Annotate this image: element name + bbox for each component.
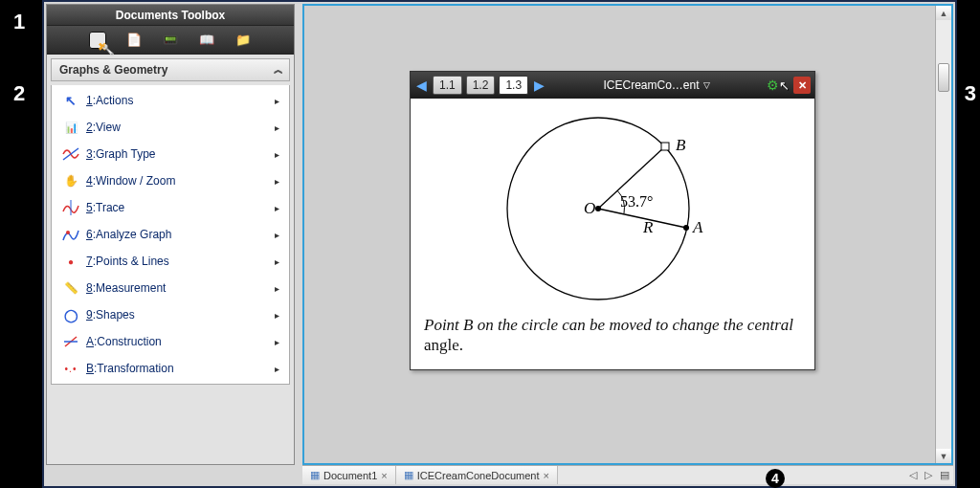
- menu-transformation[interactable]: B:Transformation ▸: [52, 355, 289, 382]
- transformation-icon: [61, 360, 80, 377]
- chevron-right-icon: ▸: [275, 176, 279, 187]
- callout-1: 1: [13, 10, 25, 34]
- menu-label: 2:View: [86, 121, 275, 134]
- view-icon: [61, 119, 80, 136]
- label-b: B: [676, 136, 686, 154]
- doc-tab-1[interactable]: Document1 ×: [302, 466, 396, 484]
- callout-3: 3: [965, 81, 976, 106]
- content-explorer-icon[interactable]: [234, 32, 252, 49]
- panel-header-graphs-geometry[interactable]: Graphs & Geometry ︽: [51, 58, 290, 81]
- label-o: O: [584, 199, 595, 217]
- menu-graph-type[interactable]: 3:Graph Type ▸: [52, 141, 289, 167]
- svg-line-7: [598, 209, 686, 228]
- doc-tab-2[interactable]: ICECreamConeDocument ×: [396, 466, 558, 484]
- document-title[interactable]: ICECreamCo…ent▽: [550, 78, 763, 92]
- document-body[interactable]: O A B 53.7° R: [411, 99, 814, 369]
- geometry-diagram[interactable]: O A B 53.7° R: [488, 108, 737, 309]
- menu-list: 1:Actions ▸ 2:View ▸ 3:Graph Type ▸ 4:Wi…: [51, 85, 290, 385]
- workspace: ▲ ▼ ◀ 1.1 1.2 1.3 ▶ ICECreamCo…ent▽ ⚙ ↖ …: [302, 4, 953, 465]
- shapes-icon: [61, 306, 80, 323]
- construction-icon: [61, 333, 80, 350]
- tab-1-1[interactable]: 1.1: [433, 76, 462, 95]
- document-tabs-bar: Document1 × ICECreamConeDocument × ◁ ▷ ▤: [302, 465, 953, 484]
- tabs-menu-icon[interactable]: ▤: [936, 469, 953, 481]
- menu-label: 1:Actions: [86, 94, 275, 107]
- callout-2: 2: [13, 81, 25, 106]
- dropdown-icon: ▽: [703, 80, 710, 90]
- angle-value: 53.7°: [620, 193, 653, 210]
- panel-header-label: Graphs & Geometry: [59, 63, 167, 77]
- menu-label: 6:Analyze Graph: [86, 228, 275, 241]
- close-button[interactable]: ✕: [793, 77, 811, 94]
- menu-shapes[interactable]: 9:Shapes ▸: [52, 301, 289, 328]
- documents-toolbox: Documents Toolbox Graphs & Geometry ︽ 1:…: [46, 4, 295, 465]
- menu-window-zoom[interactable]: 4:Window / Zoom ▸: [52, 167, 289, 194]
- tab-1-2[interactable]: 1.2: [466, 76, 496, 95]
- menu-actions[interactable]: 1:Actions ▸: [52, 87, 289, 114]
- scroll-up-icon[interactable]: ▲: [936, 6, 951, 20]
- libraries-icon[interactable]: [198, 32, 215, 49]
- label-r: R: [642, 218, 654, 236]
- points-lines-icon: [61, 253, 80, 270]
- cursor-icon: ↖: [779, 78, 790, 93]
- actions-icon: [61, 92, 80, 109]
- toolbox-title: Documents Toolbox: [47, 5, 294, 26]
- window-zoom-icon: [61, 172, 80, 189]
- svg-point-8: [683, 225, 689, 231]
- menu-view[interactable]: 2:View ▸: [52, 114, 289, 141]
- callout-4: 4: [766, 469, 785, 488]
- close-tab-icon[interactable]: ×: [381, 470, 387, 481]
- menu-analyze-graph[interactable]: 6:Analyze Graph ▸: [52, 221, 289, 248]
- chevron-right-icon: ▸: [275, 122, 279, 133]
- menu-label: 7:Points & Lines: [86, 255, 275, 268]
- menu-label: A:Construction: [86, 335, 275, 348]
- chevron-right-icon: ▸: [275, 149, 279, 160]
- scroll-thumb[interactable]: [938, 63, 949, 92]
- chevron-right-icon: ▸: [275, 364, 279, 374]
- menu-label: 5:Trace: [86, 201, 275, 214]
- svg-rect-10: [661, 143, 669, 150]
- page-sorter-icon[interactable]: [125, 32, 143, 49]
- chevron-right-icon: ▸: [275, 310, 279, 321]
- doc-icon: [404, 469, 413, 481]
- collapse-icon: ︽: [274, 63, 281, 77]
- document-window: ◀ 1.1 1.2 1.3 ▶ ICECreamCo…ent▽ ⚙ ↖ ✕: [410, 71, 815, 370]
- measurement-icon: [61, 279, 80, 297]
- toolbox-iconbar: [47, 26, 294, 55]
- calculator-icon[interactable]: [162, 32, 179, 49]
- vertical-scrollbar[interactable]: ▲ ▼: [935, 6, 951, 463]
- menu-label: 8:Measurement: [86, 281, 275, 295]
- menu-label: 4:Window / Zoom: [86, 174, 275, 188]
- scroll-down-icon[interactable]: ▼: [936, 449, 951, 463]
- graph-type-icon: [61, 145, 80, 163]
- label-a: A: [692, 218, 703, 236]
- chevron-right-icon: ▸: [275, 203, 279, 213]
- analyze-icon: [61, 226, 80, 243]
- doc-tab-label: Document1: [323, 470, 377, 481]
- caption-text: Point B on the circle can be moved to ch…: [424, 315, 801, 356]
- tabs-nav-left-icon[interactable]: ◁: [905, 469, 921, 481]
- app-frame: Documents Toolbox Graphs & Geometry ︽ 1:…: [42, 0, 957, 488]
- settings-icon[interactable]: ⚙: [767, 78, 779, 93]
- tools-icon[interactable]: [89, 32, 106, 49]
- chevron-right-icon: ▸: [275, 256, 279, 267]
- chevron-right-icon: ▸: [275, 283, 279, 294]
- chevron-right-icon: ▸: [275, 230, 279, 240]
- next-page-icon[interactable]: ▶: [532, 78, 546, 93]
- prev-page-icon[interactable]: ◀: [414, 78, 429, 93]
- doc-icon: [310, 469, 320, 481]
- menu-measurement[interactable]: 8:Measurement ▸: [52, 275, 289, 301]
- tab-1-3[interactable]: 1.3: [499, 76, 528, 95]
- tabs-nav-right-icon[interactable]: ▷: [921, 469, 936, 481]
- menu-label: 3:Graph Type: [86, 147, 275, 161]
- menu-trace[interactable]: 5:Trace ▸: [52, 194, 289, 221]
- chevron-right-icon: ▸: [275, 337, 279, 347]
- close-tab-icon[interactable]: ×: [543, 470, 548, 481]
- menu-label: 9:Shapes: [86, 308, 275, 322]
- svg-point-2: [66, 231, 70, 234]
- chevron-right-icon: ▸: [275, 96, 279, 106]
- menu-construction[interactable]: A:Construction ▸: [52, 328, 289, 355]
- doc-tab-label: ICECreamConeDocument: [417, 470, 540, 481]
- menu-points-lines[interactable]: 7:Points & Lines ▸: [52, 248, 289, 275]
- document-titlebar: ◀ 1.1 1.2 1.3 ▶ ICECreamCo…ent▽ ⚙ ↖ ✕: [411, 72, 814, 99]
